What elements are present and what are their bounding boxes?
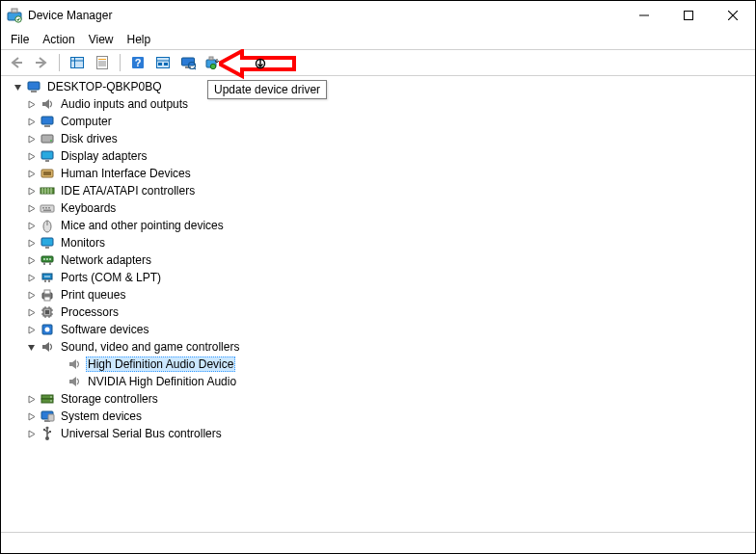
svg-rect-32 [41, 117, 53, 124]
svg-rect-21 [158, 63, 162, 66]
sound-child-icon [67, 356, 82, 372]
tree-item[interactable]: Monitors [1, 234, 755, 251]
svg-rect-37 [45, 160, 49, 162]
svg-rect-47 [45, 207, 47, 209]
close-button[interactable] [711, 1, 755, 30]
storage-icon [40, 391, 55, 407]
svg-rect-46 [42, 207, 44, 209]
properties-button[interactable] [91, 52, 114, 73]
back-button[interactable] [5, 52, 28, 73]
tree-item[interactable]: System devices [1, 408, 755, 425]
tree-item[interactable]: Universal Serial Bus controllers [1, 425, 755, 442]
window-title: Device Manager [28, 9, 112, 22]
tree-root-label: DESKTOP-QBKP0BQ [45, 80, 163, 93]
tree-item[interactable]: Mice and other pointing devices [1, 217, 755, 234]
svg-rect-4 [685, 12, 693, 20]
svg-rect-55 [43, 262, 45, 265]
chevron-right-icon[interactable] [24, 253, 38, 267]
chevron-right-icon[interactable] [24, 149, 38, 163]
port-icon [40, 270, 55, 285]
tree-item[interactable]: Ports (COM & LPT) [1, 269, 755, 286]
chevron-right-icon[interactable] [24, 409, 38, 423]
tree-root[interactable]: DESKTOP-QBKP0BQ [1, 78, 755, 95]
svg-rect-22 [164, 63, 168, 66]
svg-point-83 [50, 396, 52, 398]
tree-item[interactable]: Human Interface Devices [1, 165, 755, 182]
chevron-right-icon[interactable] [24, 236, 38, 250]
show-hide-console-button[interactable] [66, 52, 89, 73]
tree-item[interactable]: High Definition Audio Device [1, 356, 755, 373]
tree-item[interactable]: Audio inputs and outputs [1, 95, 755, 113]
device-tree[interactable]: DESKTOP-QBKP0BQ Audio inputs and outputs… [1, 76, 755, 533]
monitor-icon [40, 235, 55, 251]
tree-item-label: Ports (COM & LPT) [59, 271, 163, 284]
tree-item-label: NVIDIA High Definition Audio [86, 375, 238, 388]
tree-item[interactable]: IDE ATA/ATAPI controllers [1, 182, 755, 199]
minimize-button[interactable] [622, 1, 666, 30]
svg-point-90 [43, 429, 45, 431]
tree-item[interactable]: Display adapters [1, 147, 755, 165]
menu-help[interactable]: Help [122, 31, 157, 48]
tree-item[interactable]: Sound, video and game controllers [1, 338, 755, 356]
tree-item-label: Mice and other pointing devices [59, 219, 226, 232]
software-icon [40, 322, 55, 337]
svg-rect-1 [12, 9, 17, 13]
menu-file[interactable]: File [5, 31, 35, 48]
chevron-right-icon[interactable] [24, 97, 38, 111]
chevron-right-icon[interactable] [24, 115, 38, 128]
computer-icon [26, 79, 41, 94]
chevron-right-icon[interactable] [24, 219, 38, 232]
tree-item-label: High Definition Audio Device [86, 356, 235, 372]
maximize-button[interactable] [666, 1, 711, 30]
chevron-right-icon[interactable] [24, 132, 38, 145]
chevron-down-icon[interactable] [11, 80, 24, 93]
tree-item[interactable]: Print queues [1, 286, 755, 303]
action-button[interactable] [151, 52, 175, 73]
svg-point-63 [44, 276, 46, 277]
chevron-right-icon[interactable] [24, 201, 38, 215]
chevron-down-icon[interactable] [24, 340, 38, 354]
title-bar: Device Manager [1, 1, 755, 30]
svg-rect-67 [44, 290, 50, 294]
chevron-right-icon[interactable] [24, 323, 38, 336]
help-button[interactable]: ? [126, 52, 149, 73]
tree-item[interactable]: Keyboards [1, 199, 755, 217]
toolbar-separator [120, 54, 121, 71]
chevron-right-icon[interactable] [24, 392, 38, 406]
tree-item[interactable]: Disk drives [1, 130, 755, 147]
svg-point-58 [46, 258, 48, 260]
app-icon [7, 8, 22, 23]
tree-item[interactable]: Network adapters [1, 251, 755, 269]
chevron-right-icon[interactable] [24, 288, 38, 302]
chevron-right-icon[interactable] [24, 167, 38, 180]
tree-item[interactable]: Software devices [1, 321, 755, 338]
chevron-right-icon[interactable] [24, 271, 38, 284]
svg-text:?: ? [135, 57, 142, 68]
tree-item-label: Disk drives [59, 132, 120, 145]
menu-action[interactable]: Action [37, 31, 80, 48]
chevron-right-icon[interactable] [24, 305, 38, 319]
menu-view[interactable]: View [83, 31, 120, 48]
svg-point-64 [46, 276, 48, 277]
toolbar: ? [1, 49, 755, 76]
tree-item[interactable]: Processors [1, 303, 755, 321]
hid-icon [40, 166, 55, 181]
forward-button[interactable] [30, 52, 53, 73]
tree-item-label: Universal Serial Bus controllers [59, 427, 224, 440]
sound-child-icon [67, 374, 82, 389]
chevron-right-icon[interactable] [24, 427, 38, 440]
update-driver-button[interactable] [202, 52, 225, 73]
cpu-icon [40, 304, 55, 320]
svg-rect-53 [45, 247, 49, 249]
scan-hardware-button[interactable] [176, 52, 200, 73]
keyboard-icon [40, 200, 55, 216]
tree-item[interactable]: Computer [1, 113, 755, 130]
tree-item-label: Computer [59, 115, 114, 128]
svg-point-84 [50, 400, 52, 402]
svg-rect-31 [31, 91, 37, 92]
tree-item[interactable]: NVIDIA High Definition Audio [1, 373, 755, 390]
svg-rect-62 [48, 279, 50, 282]
tree-item[interactable]: Storage controllers [1, 390, 755, 408]
computer-icon [40, 114, 55, 129]
chevron-right-icon[interactable] [24, 184, 38, 198]
